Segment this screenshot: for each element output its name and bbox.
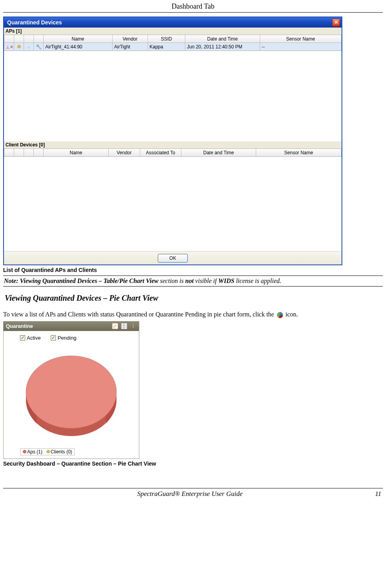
quarantine-pie-chart[interactable] <box>21 346 122 444</box>
gear-icon: ❁ <box>14 43 24 51</box>
cell-sensor: -- <box>260 43 342 51</box>
quarantine-widget: Quarantine i ✓ Active ✓ Pending <box>3 321 139 459</box>
figure-caption-1: List of Quarantined APs and Clients <box>3 267 383 273</box>
aps-empty-area <box>4 51 342 141</box>
table-row[interactable]: ⊥✕ ❁ ○ 🔧 AirTight_41:44:90 AirTight Kapp… <box>4 43 342 51</box>
footer-page-number: 11 <box>375 490 381 498</box>
clients-table: Name Vendor Associated To Date and Time … <box>4 148 342 157</box>
ok-button[interactable]: OK <box>158 254 188 263</box>
col-name[interactable]: Name <box>44 149 109 157</box>
col-icon-3[interactable] <box>24 35 34 43</box>
filter-checks: ✓ Active ✓ Pending <box>4 331 139 344</box>
cell-name: AirTight_41:44:90 <box>44 43 113 51</box>
note-prefix: Note: Viewing Quarantined Devices – Tabl… <box>4 277 159 284</box>
swatch-aps-icon <box>23 450 26 453</box>
col-icon-3[interactable] <box>24 149 34 157</box>
circle-icon: ○ <box>24 43 34 51</box>
cell-ssid: Kappa <box>148 43 185 51</box>
col-icon-2[interactable] <box>14 149 24 157</box>
ap-status-icon: ⊥✕ <box>4 43 14 51</box>
table-view-icon[interactable] <box>121 323 127 329</box>
col-ssid[interactable]: SSID <box>148 35 185 43</box>
pie-chart-icon <box>277 312 283 318</box>
legend-clients: Clients (0) <box>46 449 72 455</box>
dialog-title: Quarantined Devices <box>7 19 62 26</box>
cell-vendor: AirTight <box>113 43 148 51</box>
note-not: not <box>185 277 194 284</box>
col-sensor[interactable]: Sensor Name <box>260 35 342 43</box>
dialog-titlebar: Quarantined Devices ✕ <box>4 17 342 28</box>
aps-section-label: APs [1] <box>4 28 342 35</box>
col-vendor[interactable]: Vendor <box>113 35 148 43</box>
cell-datetime: Jun 20, 2011 12:40:50 PM <box>185 43 260 51</box>
col-icon-4[interactable] <box>34 149 44 157</box>
note-mid1: section is <box>159 277 185 284</box>
col-icon-2[interactable] <box>14 35 24 43</box>
col-name[interactable]: Name <box>44 35 113 43</box>
footer-guide: SpectraGuard® Enterprise User Guide <box>137 490 243 498</box>
col-datetime[interactable]: Date and Time <box>185 35 260 43</box>
col-assoc[interactable]: Associated To <box>140 149 181 157</box>
clients-empty-area <box>4 157 342 251</box>
col-icon-1[interactable] <box>4 35 14 43</box>
dialog-button-bar: OK <box>4 251 342 264</box>
figure-caption-2: Security Dashboard – Quarantine Section … <box>3 460 383 467</box>
note-block: Note: Viewing Quarantined Devices – Tabl… <box>3 276 383 287</box>
checkbox-pending[interactable]: ✓ Pending <box>51 335 76 341</box>
checkbox-active-label: Active <box>27 335 41 341</box>
clients-section-label: Client Devices [0] <box>4 141 342 148</box>
col-sensor[interactable]: Sensor Name <box>256 149 342 157</box>
body-post: icon. <box>286 311 298 318</box>
swatch-clients-icon <box>46 450 50 453</box>
col-datetime[interactable]: Date and Time <box>181 149 256 157</box>
col-vendor[interactable]: Vendor <box>109 149 140 157</box>
pie-legend: Aps (1) Clients (0) <box>20 448 75 455</box>
note-suffix: license is applied. <box>235 277 281 284</box>
section-heading: Viewing Quarantined Devices – Pie Chart … <box>5 294 383 303</box>
checkbox-active[interactable]: ✓ Active <box>20 335 41 341</box>
widget-title: Quarantine <box>6 323 33 329</box>
legend-aps: Aps (1) <box>23 449 42 455</box>
check-icon: ✓ <box>20 335 25 340</box>
info-icon[interactable]: i <box>130 323 137 329</box>
wrench-icon: 🔧 <box>34 43 44 51</box>
checkbox-pending-label: Pending <box>57 335 76 341</box>
edit-icon[interactable] <box>112 323 118 329</box>
check-icon: ✓ <box>51 335 56 340</box>
close-icon[interactable]: ✕ <box>332 18 340 26</box>
body-pre: To view a list of APs and Clients with s… <box>3 311 276 318</box>
svg-point-7 <box>26 356 116 428</box>
col-icon-1[interactable] <box>4 149 14 157</box>
col-icon-4[interactable] <box>34 35 44 43</box>
aps-table: Name Vendor SSID Date and Time Sensor Na… <box>4 35 342 51</box>
body-paragraph: To view a list of APs and Clients with s… <box>3 311 383 319</box>
page-header: Dashboard Tab <box>3 0 383 13</box>
note-wids: WIDS <box>218 277 235 284</box>
page-footer: SpectraGuard® Enterprise User Guide 11 <box>3 488 383 498</box>
quarantined-devices-dialog: Quarantined Devices ✕ APs [1] Name Vendo… <box>3 17 342 265</box>
widget-header: Quarantine i <box>4 322 139 331</box>
note-mid2: visible if <box>194 277 218 284</box>
